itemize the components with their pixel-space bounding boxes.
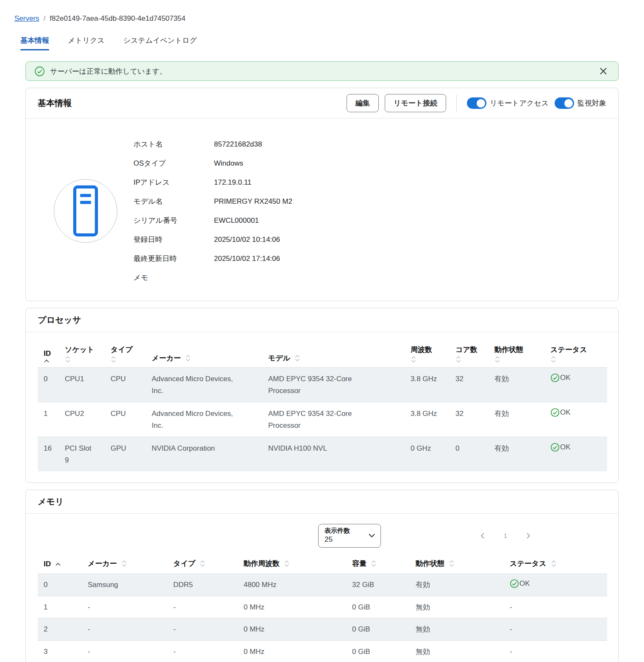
cell-status: OK: [550, 402, 607, 437]
memory-title: メモリ: [38, 496, 64, 507]
remote-access-toggle-label: リモートアクセス: [490, 98, 549, 108]
sort-both-icon: [551, 560, 557, 567]
field-row: 最終更新日時2025/10/02 17:14:06: [133, 249, 606, 268]
prev-page-button[interactable]: [477, 530, 487, 542]
page-size-select[interactable]: 表示件数 25: [318, 524, 381, 548]
sort-both-icon: [550, 356, 556, 363]
basic-info-fields: ホスト名857221682d38OSタイプWindowsIPアドレス172.19…: [133, 135, 606, 287]
field-label: 最終更新日時: [133, 254, 214, 263]
tab-bar: 基本情報 メトリクス システムイベントログ: [20, 36, 619, 50]
field-row: ホスト名857221682d38: [133, 135, 606, 154]
sort-both-icon: [411, 356, 416, 363]
field-value: 172.19.0.11: [214, 178, 252, 187]
col-header-status[interactable]: ステータス: [550, 342, 607, 368]
col-header-operating-state[interactable]: 動作状態: [494, 342, 550, 368]
cell-status: OK: [550, 368, 607, 402]
tab-basic-info[interactable]: 基本情報: [20, 36, 49, 50]
success-alert: サーバーは正常に動作しています。: [25, 61, 619, 81]
col-header-type[interactable]: タイプ: [111, 342, 152, 368]
col-header-cores[interactable]: コア数: [455, 342, 494, 368]
status-ok-badge: OK: [550, 443, 571, 452]
cell-type: DDR5: [173, 574, 244, 596]
table-row: 0CPU1CPUAdvanced Micro Devices, Inc.AMD …: [38, 368, 607, 402]
table-row: 1CPU2CPUAdvanced Micro Devices, Inc.AMD …: [38, 402, 607, 437]
divider: [456, 95, 457, 112]
cell-socket: CPU1: [65, 368, 111, 402]
field-label: ホスト名: [133, 139, 214, 149]
cell-capacity: 0 GiB: [352, 640, 416, 662]
field-label: IPアドレス: [133, 177, 214, 187]
sort-asc-icon: [44, 359, 50, 363]
sort-both-icon: [294, 355, 300, 362]
field-label: シリアル番号: [133, 216, 214, 225]
next-page-button[interactable]: [524, 530, 533, 542]
col-header-id[interactable]: ID: [38, 556, 88, 574]
chevron-down-icon: [368, 533, 375, 538]
col-header-operating-state[interactable]: 動作状態: [416, 556, 510, 574]
cell-state: 有効: [494, 368, 550, 402]
cell-cores: 32: [455, 368, 494, 402]
field-value: 2025/10/02 17:14:06: [214, 255, 280, 263]
tab-system-event-log[interactable]: システムイベントログ: [123, 36, 197, 50]
field-value: EWCL000001: [214, 216, 259, 225]
col-header-socket[interactable]: ソケット: [65, 342, 111, 368]
alert-message: サーバーは正常に動作しています。: [50, 66, 595, 76]
memory-table: ID メーカー タイプ 動作周波数 容量 動作状態 ステータス 0Samsung…: [38, 556, 607, 662]
check-circle-icon: [34, 66, 45, 77]
page-size-label: 表示件数: [325, 527, 350, 535]
col-header-operating-frequency[interactable]: 動作周波数: [244, 556, 352, 574]
field-label: OSタイプ: [133, 158, 214, 168]
cell-freq: 0 MHz: [244, 640, 352, 662]
edit-button[interactable]: 編集: [347, 94, 379, 112]
cell-freq: 3.8 GHz: [411, 402, 455, 437]
field-label: モデル名: [133, 197, 214, 206]
sort-both-icon: [121, 560, 127, 567]
table-row: 1--0 MHz0 GiB無効-: [38, 596, 607, 618]
cell-status: -: [510, 618, 607, 641]
cell-status: -: [510, 596, 607, 618]
field-value: 857221682d38: [214, 140, 262, 149]
col-header-maker[interactable]: メーカー: [88, 556, 173, 574]
remote-connect-button[interactable]: リモート接続: [385, 94, 446, 112]
field-value: PRIMERGY RX2450 M2: [214, 197, 292, 206]
cell-type: CPU: [111, 402, 152, 437]
col-header-frequency[interactable]: 周波数: [411, 342, 455, 368]
processors-table: ID ソケット タイプ メーカー モデル 周波数 コア数 動作状態 ステータス …: [38, 342, 607, 471]
sort-both-icon: [111, 356, 117, 363]
basic-info-card: 基本情報 編集 リモート接続 リモートアクセス 監視対象 ホスト名8572216…: [25, 88, 619, 301]
field-value: 2025/10/02 10:14:06: [214, 235, 280, 244]
cell-model: AMD EPYC 9354 32-Core Processor: [268, 368, 411, 402]
col-header-model[interactable]: モデル: [268, 342, 411, 368]
col-header-type[interactable]: タイプ: [173, 556, 244, 574]
server-avatar: [54, 179, 117, 243]
cell-socket: PCI Slot 9: [65, 437, 111, 472]
cell-id: 0: [38, 574, 88, 596]
cell-type: CPU: [111, 368, 152, 402]
page-number-button[interactable]: 1: [497, 527, 514, 545]
monitoring-target-toggle[interactable]: [555, 97, 574, 109]
breadcrumb-separator: /: [44, 14, 46, 23]
table-row: 2--0 MHz0 GiB無効-: [38, 618, 607, 641]
remote-access-toggle[interactable]: [467, 97, 486, 109]
breadcrumb-servers-link[interactable]: Servers: [14, 14, 39, 23]
cell-state: 有効: [416, 574, 510, 596]
check-circle-icon: [550, 373, 560, 382]
cell-freq: 0 MHz: [244, 618, 352, 641]
cell-freq: 3.8 GHz: [411, 368, 455, 402]
field-label: メモ: [133, 273, 214, 283]
tab-metrics[interactable]: メトリクス: [68, 36, 105, 50]
alert-close-button[interactable]: [595, 65, 611, 78]
sort-both-icon: [494, 356, 500, 363]
check-circle-icon: [550, 443, 560, 452]
cell-capacity: 0 GiB: [352, 618, 416, 641]
field-row: メモ: [133, 268, 606, 287]
col-header-status[interactable]: ステータス: [510, 556, 607, 574]
col-header-maker[interactable]: メーカー: [152, 342, 268, 368]
col-header-id[interactable]: ID: [38, 342, 65, 368]
col-header-capacity[interactable]: 容量: [352, 556, 416, 574]
cell-id: 1: [38, 402, 65, 437]
field-label: 登録日時: [133, 235, 214, 244]
status-ok-badge: OK: [550, 373, 571, 382]
field-row: シリアル番号EWCL000001: [133, 211, 606, 230]
processors-title: プロセッサ: [38, 314, 81, 326]
